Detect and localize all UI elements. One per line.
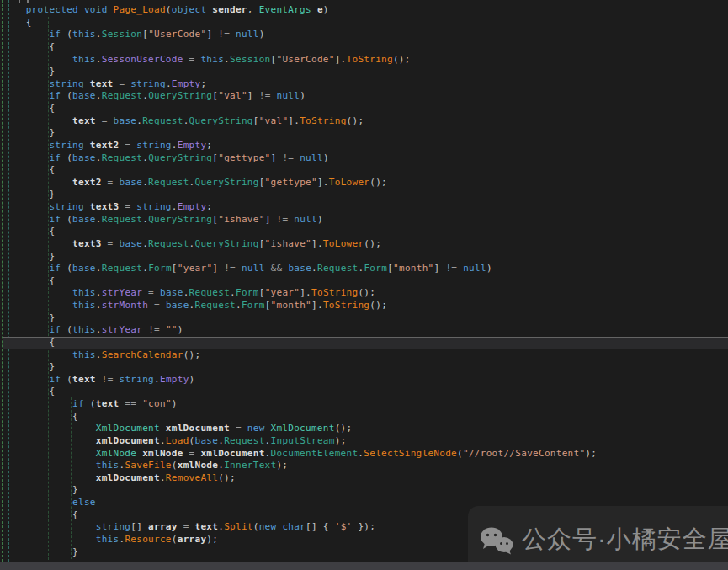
code-line[interactable]: XmlNode xmlNode = xmlDocument.DocumentEl… [3, 448, 728, 461]
code-line[interactable]: this.SessonUserCode = this.Session["User… [3, 54, 728, 67]
code-token: != [282, 152, 300, 163]
code-line[interactable]: xmlDocument.Load(base.Request.InputStrea… [3, 435, 728, 448]
code-token: ( [457, 448, 463, 459]
code-token: ; [200, 78, 206, 89]
code-token: Session [102, 29, 142, 40]
code-token: text2 [3, 177, 102, 188]
code-token: "year" [178, 263, 213, 274]
code-token: base [72, 214, 96, 225]
code-token: != [276, 214, 294, 225]
code-line[interactable]: text2 = base.Request.QueryString["gettyp… [3, 177, 728, 189]
code-token: this [3, 287, 96, 298]
code-line[interactable]: } [3, 251, 728, 264]
code-token: . [311, 263, 317, 274]
code-token: ToString [300, 115, 346, 126]
code-line[interactable]: string text2 = string.Empty; [3, 140, 728, 152]
code-line[interactable]: this.SearchCalendar(); [3, 349, 728, 362]
code-token: = [119, 140, 136, 151]
code-line[interactable]: XmlDocument xmlDocument = new XmlDocumen… [3, 423, 728, 435]
code-token: (); [369, 177, 387, 188]
code-token: != [259, 90, 277, 101]
code-token: ] [212, 263, 224, 274]
code-line[interactable]: string text3 = string.Empty; [3, 201, 728, 214]
code-line[interactable]: if (this.Session["UserCode"] != null) [3, 29, 728, 41]
code-token: string [120, 374, 155, 385]
code-token: this [200, 54, 224, 65]
code-area[interactable]: protected void Page_Load(object sender, … [3, 4, 728, 558]
code-token: { [3, 17, 32, 28]
code-line[interactable]: this.strYear = base.Request.Form["year"]… [3, 287, 728, 300]
code-token: string [3, 521, 130, 532]
code-line[interactable]: if (base.Request.QueryString["gettype"] … [3, 152, 728, 165]
code-token: Request [317, 263, 358, 274]
code-line[interactable]: if (base.Request.QueryString["val"] != n… [3, 90, 728, 103]
code-token: this [3, 300, 96, 311]
code-token: ( [90, 398, 96, 409]
code-token: != [445, 263, 463, 274]
code-line[interactable]: this.strMonth = base.Request.Form["month… [3, 300, 728, 312]
code-line[interactable]: } [3, 484, 728, 497]
code-token: base [119, 238, 142, 249]
code-token: Request [195, 300, 236, 311]
code-token: "val" [259, 115, 289, 126]
code-token: "val" [218, 90, 247, 101]
code-token: != [224, 263, 242, 274]
code-line[interactable]: this.SaveFile(xmlNode.InnerText); [3, 460, 728, 472]
code-token: { [3, 226, 55, 237]
code-token: ); [276, 460, 288, 471]
code-line[interactable]: if (base.Request.QueryString["ishave"] !… [3, 214, 728, 226]
wechat-icon [480, 526, 513, 555]
code-line[interactable]: if (text == "con") [3, 398, 728, 411]
code-line[interactable]: text3 = base.Request.QueryString["ishave… [3, 238, 728, 251]
code-token: base [288, 263, 311, 274]
code-token: } [3, 484, 78, 495]
code-token: ]. [311, 238, 323, 249]
code-token: = [102, 177, 120, 188]
code-token: ToLower [329, 177, 369, 188]
code-line[interactable]: } [3, 127, 728, 140]
code-token: ( [166, 4, 172, 15]
code-token: "con" [142, 398, 172, 409]
code-token: Request [189, 287, 230, 298]
code-line[interactable]: string text = string.Empty; [3, 78, 728, 91]
code-token: ) [486, 263, 492, 274]
code-line[interactable]: xmlDocument.RemoveAll(); [3, 472, 728, 485]
code-token: string [3, 201, 90, 212]
code-token: } [3, 127, 55, 138]
code-line[interactable]: { [3, 226, 728, 238]
code-token: base [72, 90, 96, 101]
code-line[interactable]: { [3, 164, 728, 177]
code-token: ToString [323, 300, 369, 311]
code-line[interactable]: if (base.Request.Form["year"] != null &&… [3, 263, 728, 275]
code-line[interactable]: } [3, 312, 728, 325]
code-line[interactable]: { [3, 275, 728, 288]
code-token: } [3, 251, 55, 262]
code-token: string [3, 78, 90, 89]
code-line[interactable]: { [3, 41, 728, 54]
code-token: "ishave" [218, 214, 264, 225]
code-token: this [3, 349, 96, 360]
code-line[interactable]: if (this.strYear != "") [3, 324, 728, 337]
code-line[interactable]: } [3, 361, 728, 374]
code-line[interactable]: { [3, 103, 728, 115]
code-line[interactable]: { [3, 386, 728, 398]
code-line[interactable]: } [3, 189, 728, 201]
code-token: ; [206, 140, 212, 151]
code-line[interactable]: text = base.Request.QueryString["val"].T… [3, 115, 728, 128]
code-line-current[interactable]: { [3, 337, 728, 349]
code-token: if [3, 263, 66, 274]
code-token: if [3, 90, 66, 101]
code-line[interactable]: { [3, 411, 728, 424]
code-token: . [96, 29, 102, 40]
code-token: ]. [311, 300, 323, 311]
code-token: ); [585, 448, 597, 459]
code-token: } [3, 189, 55, 200]
code-line[interactable]: if (text != string.Empty) [3, 374, 728, 386]
code-line[interactable]: } [3, 66, 728, 78]
code-line[interactable]: { [3, 17, 728, 29]
code-token: Form [148, 263, 172, 274]
code-line[interactable]: protected void Page_Load(object sender, … [3, 4, 728, 17]
code-editor: protected void Page_Load(object sender, … [0, 0, 728, 570]
horizontal-scrollbar[interactable] [0, 562, 728, 570]
code-token: SessonUserCode [102, 54, 183, 65]
